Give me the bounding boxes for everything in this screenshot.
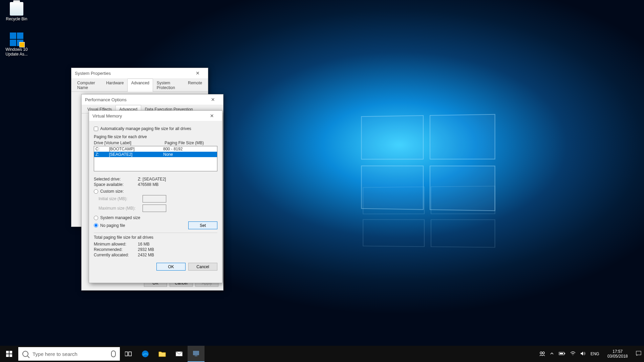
svg-rect-11 xyxy=(636,351,641,355)
cancel-button[interactable]: Cancel xyxy=(188,263,217,271)
window-title: Virtual Memory xyxy=(92,113,122,119)
tab-system-protection[interactable]: System Protection xyxy=(153,79,184,92)
maximum-size-label: Maximum size (MB): xyxy=(99,206,143,211)
svg-rect-5 xyxy=(195,356,197,356)
task-view-icon xyxy=(125,351,132,357)
people-icon[interactable] xyxy=(539,350,545,358)
space-available-label: Space available: xyxy=(94,182,138,187)
auto-manage-checkbox-row[interactable]: Automatically manage paging file size fo… xyxy=(94,126,217,131)
radio-system-managed[interactable]: System managed size xyxy=(94,215,217,220)
drive-row[interactable]: Z: [SEAGATE2] None xyxy=(94,152,217,157)
recycle-bin-icon xyxy=(10,2,23,16)
svg-rect-10 xyxy=(560,353,563,354)
titlebar[interactable]: System Properties ✕ xyxy=(71,68,208,78)
tab-remote[interactable]: Remote xyxy=(184,79,206,92)
dialog-buttons: OK Cancel xyxy=(94,258,217,271)
set-button[interactable]: Set xyxy=(188,221,217,229)
header-size: Paging File Size (MB) xyxy=(148,141,217,145)
window-title: Performance Options xyxy=(85,97,127,102)
svg-rect-0 xyxy=(125,352,128,356)
recommended-label: Recommended: xyxy=(94,247,138,252)
desktop-icon-recycle-bin[interactable]: Recycle Bin xyxy=(1,2,32,21)
wallpaper-logo-reflection xyxy=(363,186,495,248)
taskbar-mail[interactable] xyxy=(171,346,188,362)
edge-icon xyxy=(141,350,149,358)
titlebar[interactable]: Virtual Memory ✕ xyxy=(89,111,222,121)
min-allowed-label: Minimum allowed: xyxy=(94,242,138,247)
desktop-icon-windows-update[interactable]: Windows 10 Update As... xyxy=(1,33,32,57)
radio-no-paging-file[interactable]: No paging file xyxy=(94,223,125,228)
search-placeholder: Type here to search xyxy=(33,351,78,357)
search-icon xyxy=(22,351,28,357)
drive-list-header: Drive [Volume Label] Paging File Size (M… xyxy=(94,140,217,146)
task-view-button[interactable] xyxy=(120,346,137,362)
taskbar: Type here to search ENG 17:57 xyxy=(0,346,644,362)
close-icon: ✕ xyxy=(211,97,215,102)
microphone-icon[interactable] xyxy=(111,350,116,357)
recommended-value: 2932 MB xyxy=(138,247,154,252)
selected-drive-value: Z: [SEAGATE2] xyxy=(138,177,166,182)
currently-allocated-label: Currently allocated: xyxy=(94,253,138,257)
volume-icon[interactable] xyxy=(580,351,586,357)
taskbar-running-app[interactable] xyxy=(188,346,205,362)
close-button[interactable]: ✕ xyxy=(191,68,205,78)
tab-advanced[interactable]: Advanced xyxy=(127,79,153,92)
auto-manage-checkbox[interactable] xyxy=(94,127,98,131)
chevron-up-icon[interactable] xyxy=(550,352,554,357)
start-button[interactable] xyxy=(0,346,18,362)
header-drive: Drive [Volume Label] xyxy=(94,141,148,145)
radio-custom-size[interactable]: Custom size: xyxy=(94,189,217,194)
folder-icon xyxy=(158,351,166,357)
titlebar[interactable]: Performance Options ✕ xyxy=(82,94,223,105)
maximum-size-input[interactable] xyxy=(143,205,166,212)
battery-icon[interactable] xyxy=(559,352,565,357)
taskbar-edge[interactable] xyxy=(137,346,154,362)
taskbar-clock[interactable]: 17:57 03/05/2018 xyxy=(604,349,631,359)
auto-manage-label: Automatically manage paging file size fo… xyxy=(100,126,191,131)
section-label: Paging file size for each drive xyxy=(94,134,217,139)
windows-update-icon xyxy=(10,33,23,46)
drive-list[interactable]: C: [BOOTCAMP] 800 - 8192 Z: [SEAGATE2] N… xyxy=(94,146,217,171)
selected-drive-label: Selected drive: xyxy=(94,177,138,182)
clock-date: 03/05/2018 xyxy=(607,354,628,359)
currently-allocated-value: 2432 MB xyxy=(138,253,154,257)
initial-size-input[interactable] xyxy=(143,195,166,203)
svg-point-6 xyxy=(540,352,542,354)
taskbar-file-explorer[interactable] xyxy=(154,346,171,362)
language-indicator[interactable]: ENG xyxy=(591,352,599,356)
initial-size-label: Initial size (MB): xyxy=(99,196,143,201)
system-tray: ENG 17:57 03/05/2018 xyxy=(536,349,644,359)
system-icon xyxy=(192,350,200,357)
close-icon: ✕ xyxy=(196,70,200,76)
tabs: Computer Name Hardware Advanced System P… xyxy=(71,78,208,92)
close-icon: ✕ xyxy=(210,113,214,119)
desktop-icon-label: Windows 10 Update As... xyxy=(1,47,32,57)
radio-none[interactable] xyxy=(94,223,98,228)
close-button[interactable]: ✕ xyxy=(206,94,220,105)
drive-row[interactable]: C: [BOOTCAMP] 800 - 8192 xyxy=(94,146,217,152)
action-center-icon[interactable] xyxy=(636,351,641,357)
totals-title: Total paging file size for all drives xyxy=(94,235,217,240)
tab-computer-name[interactable]: Computer Name xyxy=(73,79,102,92)
min-allowed-value: 16 MB xyxy=(138,242,150,247)
close-button[interactable]: ✕ xyxy=(205,111,219,121)
radio-custom[interactable] xyxy=(94,189,98,194)
space-available-value: 476588 MB xyxy=(138,182,158,187)
window-title: System Properties xyxy=(75,71,111,76)
svg-rect-9 xyxy=(564,353,565,354)
clock-time: 17:57 xyxy=(607,349,628,354)
desktop-icon-label: Recycle Bin xyxy=(1,17,32,21)
svg-point-7 xyxy=(542,352,544,354)
svg-rect-4 xyxy=(193,351,199,355)
ok-button[interactable]: OK xyxy=(156,263,186,271)
tab-hardware[interactable]: Hardware xyxy=(102,79,127,92)
wifi-icon[interactable] xyxy=(570,351,576,357)
taskbar-search[interactable]: Type here to search xyxy=(18,347,120,361)
svg-rect-1 xyxy=(129,352,131,356)
windows-icon xyxy=(6,351,12,357)
dialog-body: Automatically manage paging file size fo… xyxy=(89,121,222,274)
window-virtual-memory: Virtual Memory ✕ Automatically manage pa… xyxy=(89,110,222,283)
radio-system[interactable] xyxy=(94,216,98,220)
mail-icon xyxy=(175,351,183,357)
